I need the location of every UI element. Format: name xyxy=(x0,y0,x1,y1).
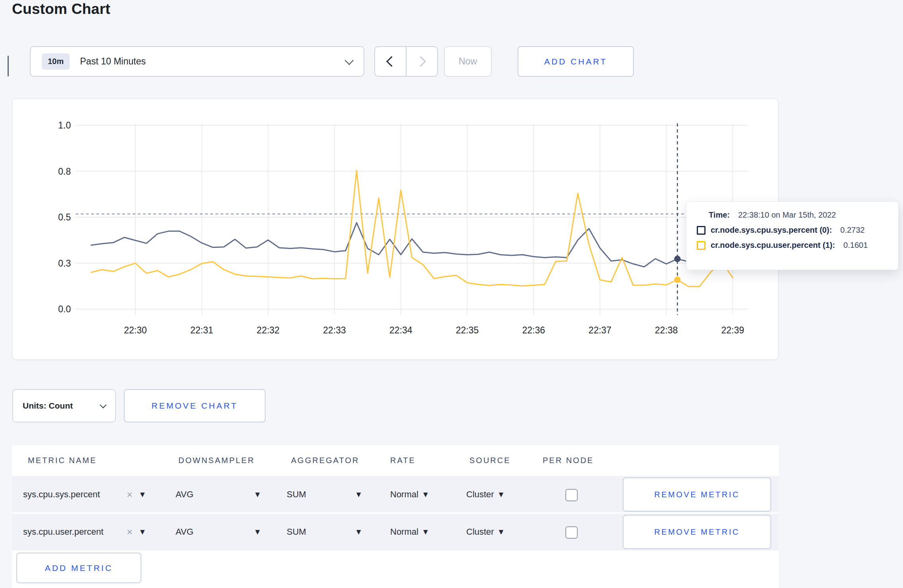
metric-name-value[interactable]: sys.cpu.user.percent xyxy=(23,513,104,551)
add-chart-button[interactable]: ADD CHART xyxy=(518,46,634,77)
time-range-badge: 10m xyxy=(42,53,70,70)
units-select[interactable]: Units: Count xyxy=(12,389,116,423)
left-divider xyxy=(8,56,9,76)
col-rate: RATE xyxy=(390,445,416,476)
chevron-down-icon[interactable]: ▼ xyxy=(255,476,260,513)
downsampler-select[interactable]: AVG xyxy=(176,513,194,551)
col-aggregator: AGGREGATOR xyxy=(291,445,360,476)
metric-row: sys.cpu.sys.percent × ▼ AVG ▼ SUM ▼ Norm… xyxy=(0,476,903,513)
metric-row: sys.cpu.user.percent × ▼ AVG ▼ SUM ▼ Nor… xyxy=(0,513,903,551)
metric-dropdown-icon[interactable]: ▼ xyxy=(140,476,145,513)
tooltip-series-value: 0.1601 xyxy=(843,241,868,250)
series-sys-swatch-icon xyxy=(697,226,706,235)
per-node-checkbox[interactable] xyxy=(565,489,578,501)
per-node-checkbox[interactable] xyxy=(565,526,578,539)
chevron-right-icon xyxy=(415,56,426,67)
prev-range-button[interactable] xyxy=(375,47,407,76)
remove-chart-button[interactable]: REMOVE CHART xyxy=(124,389,266,423)
col-downsampler: DOWNSAMPLER xyxy=(178,445,255,476)
chevron-down-icon xyxy=(345,56,354,65)
remove-metric-button[interactable]: REMOVE METRIC xyxy=(623,515,771,549)
tooltip-series-label: cr.node.sys.cpu.user.percent (1): xyxy=(711,241,835,250)
downsampler-select[interactable]: AVG xyxy=(176,476,194,513)
clear-metric-icon[interactable]: × xyxy=(127,513,133,551)
clear-metric-icon[interactable]: × xyxy=(127,476,133,513)
next-range-button[interactable] xyxy=(407,47,437,76)
aggregator-select[interactable]: SUM xyxy=(287,476,306,513)
metric-name-value[interactable]: sys.cpu.sys.percent xyxy=(23,476,100,513)
rate-select[interactable]: Normal▼ xyxy=(390,476,428,513)
time-range-select[interactable]: 10m Past 10 Minutes xyxy=(30,46,364,77)
time-nav-group xyxy=(374,46,438,77)
chart-tooltip: Time: 22:38:10 on Mar 15th, 2022 cr.node… xyxy=(686,201,899,270)
chevron-down-icon[interactable]: ▼ xyxy=(356,476,361,513)
time-range-label: Past 10 Minutes xyxy=(80,56,146,67)
metrics-table-header: METRIC NAME DOWNSAMPLER AGGREGATOR RATE … xyxy=(0,445,903,476)
tooltip-series-value: 0.2732 xyxy=(840,226,865,235)
metric-dropdown-icon[interactable]: ▼ xyxy=(140,513,145,551)
chevron-down-icon[interactable]: ▼ xyxy=(356,513,361,551)
series-user-swatch-icon xyxy=(697,241,706,250)
custom-chart-page: Custom Chart 10m Past 10 Minutes Now ADD… xyxy=(0,0,903,588)
tooltip-time-label: Time: xyxy=(709,210,730,220)
col-metric-name: METRIC NAME xyxy=(28,445,97,476)
tooltip-time-value: 22:38:10 on Mar 15th, 2022 xyxy=(738,210,836,220)
col-per-node: PER NODE xyxy=(543,445,594,476)
rate-select[interactable]: Normal▼ xyxy=(390,513,428,551)
tooltip-series-label: cr.node.sys.cpu.sys.percent (0): xyxy=(711,226,832,235)
chevron-left-icon xyxy=(386,56,397,67)
chart-card xyxy=(12,98,779,360)
page-title: Custom Chart xyxy=(12,1,110,18)
remove-metric-button[interactable]: REMOVE METRIC xyxy=(623,477,771,512)
source-select[interactable]: Cluster▼ xyxy=(466,476,503,513)
source-select[interactable]: Cluster▼ xyxy=(466,513,503,551)
chevron-down-icon xyxy=(100,402,107,409)
aggregator-select[interactable]: SUM xyxy=(287,513,306,551)
chevron-down-icon[interactable]: ▼ xyxy=(255,513,260,551)
add-metric-button[interactable]: ADD METRIC xyxy=(16,553,141,583)
col-source: SOURCE xyxy=(469,445,511,476)
now-button[interactable]: Now xyxy=(444,46,492,77)
